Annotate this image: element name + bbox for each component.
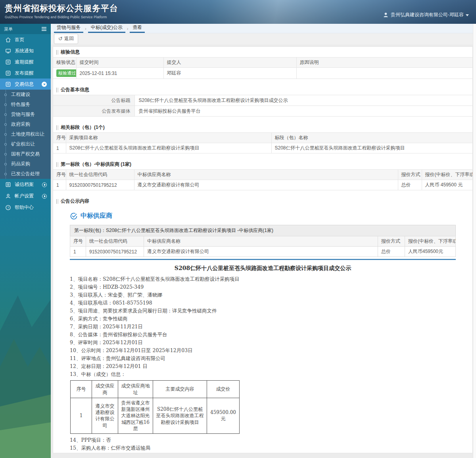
verify-table: 核验状态 提交时间 提交人 原因说明 核验通过 2025-12-01 15:31… [53,57,472,79]
brand: 贵州省招标投标公共服务平台 GuiZhou Province Tendering… [5,3,118,19]
field-label: 公告标题 [53,95,134,106]
sidebar: 菜单 首页 系统通知 逾期提醒 发布提醒 交易信息 工程建设 特色服务 货物与服… [0,24,51,458]
quote-method: 总价 [398,180,422,190]
scrollbar-track[interactable] [473,24,476,458]
sidebar-item-credit-archive[interactable]: 诚信档案 [0,179,51,190]
section-header: 第一标段（包）-中标供应商 (1家) [53,159,472,169]
chevron-right-circle-icon [42,194,47,199]
content-panel: 核验信息 核验状态 提交时间 提交人 原因说明 核验通过 2025-12-01 … [53,46,473,453]
breadcrumb-view[interactable]: 查看 [130,23,145,33]
submitter: 邓廷容 [163,68,296,79]
section-marker [56,125,58,130]
breadcrumb: 货物与服务 › 中标(成交)公示 › 查看 [51,24,476,33]
sidebar-item-label: 帮助中心 [15,204,34,211]
sidebar-landscape-image [0,236,51,458]
doc-line: 7、采购日期：2025年11月21日 [70,323,456,331]
doc-line: 15、采购人名称：仁怀市交通运输局 [70,444,456,452]
user-menu[interactable]: 贵州弘典建设咨询有限公司-邓廷容 [383,0,469,24]
doc-line: 4、项目联系电话：0851-85755198 [70,299,456,307]
section-title: 第一标段（包）-中标供应商 (1家) [61,161,131,168]
submenu-item-drug-procurement[interactable]: 药品采购 [0,159,51,169]
sidebar-item-help-center[interactable]: ? 帮助中心 [0,202,51,213]
column-header: 原因说明 [296,57,472,68]
submenu-item-mining-rights[interactable]: 矿业权出让 [0,139,51,149]
submit-time: 2025-12-01 15:31 [76,68,163,79]
sidebar-item-notifications[interactable]: 系统通知 [0,45,51,56]
sidebar-item-account-settings[interactable]: 帐户设置 [0,190,51,202]
submenu-item-special-services[interactable]: 特色服务 [0,100,51,109]
supplier-name: 遵义市交通勘察设计有限公司 [144,247,378,257]
table-row: 1 遵义市交通勘察设计有限公司 贵州省遵义市新蒲新区播州大道林达阳光城西区7栋1… [71,398,240,434]
page-title: 贵州省招标投标公共服务平台 [5,3,118,14]
quote-value: 人民币 459500 元 [422,180,472,190]
chevron-down-circle-icon [42,82,47,87]
submenu-item-goods-services[interactable]: 货物与服务 [0,109,51,119]
doc-line: 11、评审地点：贵州弘典建设咨询有限公司 [70,355,456,362]
winning-supplier-heading: 中标供应商 [70,212,456,220]
submenu-item-land-use[interactable]: 土地使用权出让 [0,129,51,139]
breadcrumb-separator: › [83,25,88,33]
column-header: 序号 [53,133,66,143]
sidebar-menu-header: 菜单 [0,24,51,34]
submenu-item-engineering[interactable]: 工程建设 [0,90,51,100]
field-label: 公告发布媒体 [53,106,134,117]
lot-section-bar: 第一标段(包)：S208仁怀十八公里桩至苍头坝路面改造工程勘察设计采购项目 -中… [70,225,456,236]
table-row: 核验通过 2025-12-01 15:31 邓廷容 [53,68,472,79]
sidebar-item-label: 诚信档案 [15,181,34,188]
column-header: 提交人 [163,57,296,68]
notice-supplier-table: 序号 统一社会信用代码 中标供应商名称 报价方式 报价(中标价、下浮率或费率) … [70,236,456,257]
menu-label: 菜单 [4,26,13,32]
doc-line: 12、定标日期：2025年12月01 日 [70,362,456,370]
row-index: 1 [71,398,92,434]
chevron-down-icon [466,14,469,16]
breadcrumb-separator: › [125,25,130,33]
section-marker [56,88,58,92]
back-button[interactable]: ↺ 返回 [54,34,78,44]
table-row: 公告标题 S208仁怀十八公里桩至苍头坝路面改造工程勘察设计采购项目成交公示 [53,95,472,106]
doc-line: 联系地址：贵州省仁怀市 [70,452,456,453]
supplier-name: 遵义市交通勘察设计有限公司 [134,180,398,190]
column-header: 报价方式 [378,236,405,247]
doc-line: 10、公示时间：2025年12月01日至 2025年12月03日 [70,347,456,355]
section-title: 公告公示内容 [61,198,89,205]
doc-line: 6、采购方式：竞争性磋商 [70,315,456,323]
column-header: 序号 [70,236,86,247]
target-check-icon [70,212,78,220]
top-header: 贵州省招标投标公共服务平台 GuiZhou Province Tendering… [0,0,476,24]
hamburger-icon[interactable] [41,27,47,31]
person-icon [5,193,11,199]
section-basic-info: 公告基本信息 公告标题 S208仁怀十八公里桩至苍头坝路面改造工程勘察设计采购项… [53,84,472,117]
doc-line: 1、项目名称：S208仁怀十八公里桩至苍头坝路面改造工程勘察设计采购项目 [70,275,456,283]
question-icon: ? [5,205,11,211]
section-notice-content: 公告公示内容 中标供应商 第一标段(包)：S208仁怀十八公里桩至苍头坝路面改造… [53,196,472,453]
submenu-item-gov-procurement[interactable]: 政府采购 [0,119,51,129]
submenu-item-state-property[interactable]: 国有产权交易 [0,149,51,159]
breadcrumb-goods-services[interactable]: 货物与服务 [54,23,83,33]
sidebar-item-home[interactable]: 首页 [0,34,51,45]
column-header: 序号 [71,381,92,398]
doc-line: 5、项目用途、简要技术要求及合同履行日期：详见竞争性磋商文件 [70,307,456,315]
row-index: 1 [70,247,86,257]
breadcrumb-award-notice[interactable]: 中标(成交)公示 [88,23,125,33]
column-header: 中标供应商名称 [134,170,398,180]
project-name: S208仁怀十八公里桩至苍头坝路面改造工程勘察设计采购项目 [66,143,271,153]
sidebar-item-trade-info[interactable]: 交易信息 [0,79,51,90]
sidebar-item-label: 帐户设置 [15,193,34,199]
section-title: 核验信息 [61,49,80,56]
home-icon [5,37,11,43]
deal-price: 459500.00元 [207,398,240,434]
document-icon [5,59,11,65]
notice-body: 中标供应商 第一标段(包)：S208仁怀十八公里桩至苍头坝路面改造工程勘察设计采… [53,206,472,453]
section-marker [56,50,58,55]
section-winning-supplier: 第一标段（包）-中标供应商 (1家) 序号 统一社会信用代码 中标供应商名称 报… [53,159,472,190]
field-value: S208仁怀十八公里桩至苍头坝路面改造工程勘察设计采购项目成交公示 [134,95,472,106]
user-name: 贵州弘典建设咨询有限公司-邓廷容 [391,6,464,18]
section-marker [56,199,58,204]
column-header: 序号 [53,170,66,180]
sidebar-item-publish-reminder[interactable]: 发布提醒 [0,67,51,79]
submenu-item-published-notices[interactable]: 已发公告处理 [0,169,51,179]
section-header: 核验信息 [53,47,472,57]
column-header: 统一社会信用代码 [86,236,144,247]
doc-line: 2、项目编号：HDZB-2025-349 [70,283,456,291]
sidebar-item-overdue-reminder[interactable]: 逾期提醒 [0,56,51,67]
